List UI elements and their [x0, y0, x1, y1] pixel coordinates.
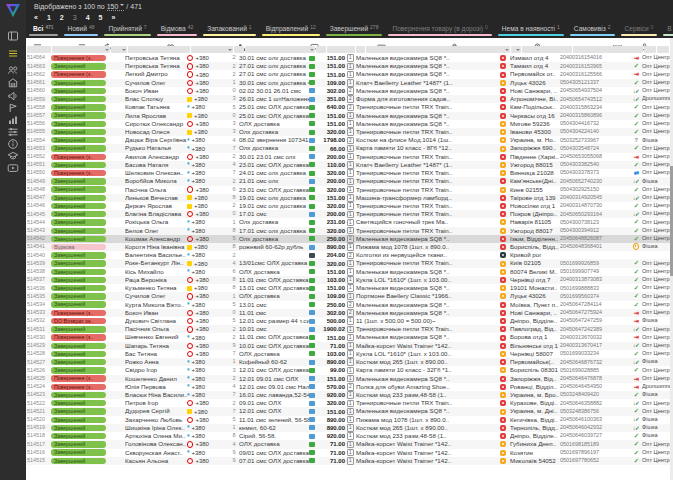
- ttn-number[interactable]: 0504304416732: [560, 121, 630, 126]
- ttn-number[interactable]: 0501697896197: [560, 450, 630, 455]
- filter-source[interactable]: [111, 46, 127, 53]
- ttn-number[interactable]: 0504304224140: [560, 129, 630, 134]
- payment-icon[interactable]: [377, 38, 386, 46]
- tab-9[interactable]: Самовивіз2: [567, 21, 618, 38]
- filter-carrier[interactable]: [511, 46, 521, 53]
- phone-cell[interactable]: +380: [187, 63, 229, 69]
- first-page-button[interactable]: «: [34, 14, 38, 21]
- table-row[interactable]: 514551ЗавершенийБасова Наталя*+380423.01…: [26, 161, 670, 169]
- shop-icon[interactable]: [7, 75, 19, 87]
- phone-cell[interactable]: +380: [187, 121, 229, 127]
- table-row[interactable]: 514517ЗавершенийГоловінова Олексан..+380…: [26, 440, 670, 448]
- ttn-number[interactable]: 0504305121337: [560, 80, 630, 85]
- table-row[interactable]: 514560ЗавершенийБокоч Иван+380002.02 30.…: [26, 87, 670, 95]
- phone-cell[interactable]: *+380: [187, 302, 229, 308]
- ttn-number[interactable]: 20400313670417: [560, 343, 630, 348]
- tab-2[interactable]: Прийнятий7: [101, 21, 153, 38]
- phone-cell[interactable]: +380: [187, 71, 229, 77]
- manager-icon[interactable]: [640, 38, 649, 46]
- phone-cell[interactable]: +380: [187, 441, 229, 447]
- phone-cell[interactable]: +380: [187, 88, 229, 94]
- phone-cell[interactable]: +380: [187, 351, 229, 357]
- filter-client[interactable]: [128, 46, 190, 53]
- table-row[interactable]: 514556ЗавершенийСиротюк Олександр+3803ОЛ…: [26, 120, 670, 128]
- table-row[interactable]: 514525Повернення (з..Кошеленко Данил*+38…: [26, 375, 670, 383]
- filter-phone[interactable]: [191, 46, 233, 53]
- phone-cell[interactable]: +380: [187, 417, 229, 423]
- ttn-number[interactable]: 20450654937504: [560, 88, 630, 93]
- phone-cell[interactable]: +380: [187, 186, 229, 192]
- phone-cell[interactable]: *+380: [187, 450, 229, 456]
- table-row[interactable]: 514533Повернення (з..Бокоч Иван+380011.0…: [26, 309, 670, 317]
- ttn-number[interactable]: 0503248409420: [560, 392, 630, 397]
- table-row[interactable]: 514546ЗавершенийДеркач Ярослав+380219.01…: [26, 202, 670, 210]
- table-row[interactable]: 514523ЗавершенийВласюк Ніна Васили..*+38…: [26, 391, 670, 399]
- phone-cell[interactable]: *+380: [187, 367, 229, 373]
- filter-comment[interactable]: [245, 46, 315, 53]
- dashboard-icon[interactable]: [7, 28, 19, 40]
- ttn-number[interactable]: 20450647242389: [560, 327, 630, 332]
- table-row[interactable]: 514558ЗавершенийКовпак Татьяна*+380525.0…: [26, 103, 670, 111]
- page-button-5[interactable]: 5: [99, 14, 103, 21]
- table-row[interactable]: 514539ЗавершенийРоке-Бетанкурт Лін..+380…: [26, 259, 670, 267]
- table-row[interactable]: 514516ЗавершенийСкворунская Анаст..*+380…: [26, 449, 670, 457]
- tab-6[interactable]: Завершений278: [323, 21, 386, 38]
- ttn-number[interactable]: 20400315863234: [560, 105, 630, 110]
- ttn-number[interactable]: 20450652740230: [560, 179, 630, 184]
- table-row[interactable]: 514521ЗавершенийДудорев Сергій+380712.01…: [26, 407, 670, 415]
- phone-cell[interactable]: +380: [187, 129, 229, 135]
- phone-cell[interactable]: *+380: [187, 162, 229, 168]
- table-row[interactable]: 514531ЗавершенийПасічник Ольга+380210.01…: [26, 325, 670, 333]
- table-row[interactable]: 514562Повернення (з..Легкий Дмитро+38022…: [26, 70, 670, 78]
- table-row[interactable]: 514549ЗавершенийВоробйов Микола*+380221.…: [26, 177, 670, 185]
- filter-status[interactable]: [52, 46, 110, 53]
- filter-calls[interactable]: [234, 46, 244, 53]
- phone-cell[interactable]: +380: [187, 113, 229, 119]
- table-row[interactable]: 514541ВідмоваКоротя Ніна Іванівна+3808ро…: [26, 243, 670, 251]
- ttn-number[interactable]: 20400314870730: [560, 203, 630, 208]
- orders-list-icon[interactable]: [33, 38, 42, 46]
- table-row[interactable]: 514536ЗавершенийКузьменко Тетяна+380813.…: [26, 284, 670, 292]
- page-button-3[interactable]: 3: [73, 14, 77, 21]
- ttn-number[interactable]: 20450646454950: [560, 384, 630, 389]
- filter-city[interactable]: [522, 46, 572, 53]
- table-row[interactable]: 514520ЗавершенийЗахарченко Любовь+380511…: [26, 416, 670, 424]
- table-row[interactable]: 514545ЗавершенийБлагіна Владіслава+38001…: [26, 210, 670, 218]
- table-row[interactable]: 514559ЗавершенийВлас Слотюу+380326.01 см…: [26, 95, 670, 103]
- table-row[interactable]: 514564Повернення (з..Петровська Тетяна+3…: [26, 54, 670, 62]
- table-row[interactable]: 514519ЗавершенийШишкіна Іріна Олек..*+38…: [26, 424, 670, 432]
- ttn-number[interactable]: 0501699926859: [560, 261, 630, 266]
- table-row[interactable]: 514534ЗавершенийКурта Микола Вікто..*+38…: [26, 301, 670, 309]
- ttn-number[interactable]: 0503252733967: [560, 138, 630, 143]
- page-button-1[interactable]: 1: [47, 14, 51, 21]
- phone-cell[interactable]: +380: [187, 326, 229, 332]
- phone-cell[interactable]: +380: [187, 318, 229, 324]
- phone-cell[interactable]: *+380: [187, 335, 229, 341]
- table-row[interactable]: 514529ЗавершенийШапарь Тетяна+380910.01 …: [26, 342, 670, 350]
- ttn-number[interactable]: 20450650293164: [560, 212, 630, 217]
- tab-1[interactable]: Новий48: [61, 21, 102, 38]
- ttn-number[interactable]: 0504302925150: [560, 187, 630, 192]
- phone-cell[interactable]: +380: [187, 195, 229, 201]
- phone-cell[interactable]: +380: [187, 409, 229, 415]
- phone-cell[interactable]: +380: [187, 203, 229, 209]
- ttn-number[interactable]: 20450646476878: [560, 376, 630, 381]
- table-row[interactable]: 514550Повернення (з..Шелковин Олексан..*…: [26, 169, 670, 177]
- phone-cell[interactable]: *+380: [187, 376, 229, 382]
- phone-cell[interactable]: *+380: [187, 170, 229, 176]
- phone-cell[interactable]: *+380: [187, 359, 229, 365]
- table-row[interactable]: 514553ЗавершенийРудько Наталья*+3807Олх …: [26, 144, 670, 152]
- ttn-number[interactable]: 0501699028885: [560, 368, 630, 373]
- phone-cell[interactable]: +380: [187, 293, 229, 299]
- ttn-number[interactable]: 20400315860896: [560, 113, 630, 118]
- phone-cell[interactable]: *+380: [187, 425, 229, 431]
- ttn-number[interactable]: 20400316153965: [560, 64, 630, 69]
- table-row[interactable]: 514555ЗавершенийНовосад Олеся+3803Олх до…: [26, 128, 670, 136]
- ttn-number[interactable]: 20400313670032: [560, 335, 630, 340]
- filter-payment[interactable]: [316, 46, 326, 53]
- phone-cell[interactable]: *+380: [187, 384, 229, 390]
- table-row[interactable]: 514542ЗавершенийКошмак Александр+3805Олх…: [26, 235, 670, 243]
- comment-icon[interactable]: [310, 38, 319, 46]
- phone-cell[interactable]: +380: [187, 236, 229, 242]
- table-row[interactable]: 514532DO Возврат ок..Дукович Світлана+38…: [26, 317, 670, 325]
